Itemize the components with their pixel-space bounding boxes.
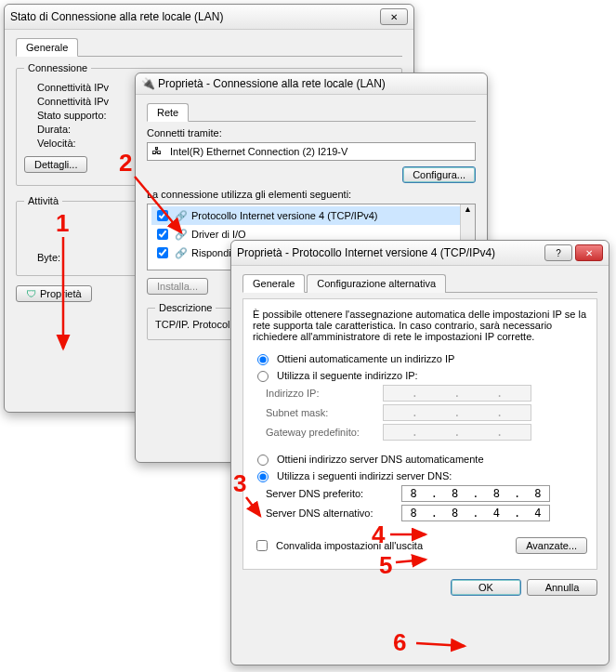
chk-validate-row[interactable]: Convalida impostazioni all'uscita <box>253 537 423 554</box>
adapter-box: 🖧 Intel(R) Ethernet Connection (2) I219-… <box>147 142 476 161</box>
win3-help[interactable]: ? <box>544 244 572 261</box>
radio-auto-ip[interactable] <box>257 354 269 365</box>
radio-auto-dns[interactable] <box>257 455 269 466</box>
chk-responder[interactable] <box>157 247 168 258</box>
win2-tab-network[interactable]: Rete <box>147 103 189 122</box>
lbl-ipv4: Connettività IPv <box>37 82 109 93</box>
win3-tab-alt[interactable]: Configurazione alternativa <box>307 274 446 293</box>
win3-title: Proprietà - Protocollo Internet versione… <box>237 246 542 259</box>
dns2-d[interactable]: 4 <box>534 507 541 520</box>
chk-driver[interactable] <box>157 229 168 240</box>
btn-configure[interactable]: Configura... <box>402 166 476 183</box>
btn-advanced[interactable]: Avanzate... <box>516 537 587 554</box>
radio-manual-ip[interactable] <box>257 371 269 382</box>
group-connection-legend: Connessione <box>24 62 91 73</box>
lbl-ip: Indirizzo IP: <box>266 388 377 399</box>
win3-close[interactable]: ✕ <box>575 244 603 261</box>
win1-title: Stato di Connessione alla rete locale (L… <box>10 10 377 23</box>
lbl-bytes: Byte: <box>37 252 60 263</box>
net-icon: 🔗 <box>175 229 188 241</box>
btn-ok[interactable]: OK <box>451 579 521 596</box>
btn-install: Installa... <box>147 278 208 295</box>
item-tcpip4[interactable]: Protocollo Internet versione 4 (TCP/IPv4… <box>191 210 378 221</box>
dns1-d[interactable]: 8 <box>534 487 541 500</box>
lbl-dns2: Server DNS alternativo: <box>266 507 396 519</box>
lbl-ipv6: Connettività IPv <box>37 96 109 107</box>
win1-tab-general[interactable]: Generale <box>16 38 78 57</box>
btn-properties[interactable]: 🛡 Proprietà <box>16 285 92 302</box>
group-description-legend: Descrizione <box>155 302 216 313</box>
nic-icon: 🖧 <box>151 145 164 158</box>
lbl-duration: Durata: <box>37 124 71 135</box>
btn-details[interactable]: Dettagli... <box>24 156 87 173</box>
shield-icon: 🛡 <box>26 288 36 299</box>
radio-auto-dns-label: Ottieni indirizzo server DNS automaticam… <box>277 454 484 465</box>
gw-field: . . . <box>383 424 531 441</box>
intro-text: È possibile ottenere l'assegnazione auto… <box>253 309 587 342</box>
win1-close[interactable]: ✕ <box>380 8 408 25</box>
net-icon: 🔗 <box>175 247 188 259</box>
win3-tab-general[interactable]: Generale <box>242 274 305 293</box>
network-icon: 🔌 <box>141 77 154 90</box>
chk-validate-label: Convalida impostazioni all'uscita <box>276 540 423 551</box>
win2-title: Proprietà - Connessione alla rete locale… <box>158 77 481 90</box>
dns2-b[interactable]: 8 <box>452 507 458 520</box>
group-activity-legend: Attività <box>24 195 62 206</box>
ip-field: . . . <box>383 385 531 402</box>
mask-field: . . . <box>383 404 531 421</box>
lbl-gw: Gateway predefinito: <box>266 427 377 438</box>
chk-validate[interactable] <box>256 540 268 551</box>
dns2-a[interactable]: 8 <box>411 507 417 520</box>
dns1-field[interactable]: 8. 8. 8. 8 <box>401 485 550 502</box>
radio-manual-dns-label: Utilizza i seguenti indirizzi server DNS… <box>277 470 452 481</box>
lbl-speed: Velocità: <box>37 138 76 149</box>
dns1-c[interactable]: 8 <box>493 487 500 500</box>
scroll-up-icon[interactable]: ▲ <box>464 204 472 214</box>
radio-manual-ip-label: Utilizza il seguente indirizzo IP: <box>277 370 418 381</box>
radio-auto-ip-label: Ottieni automaticamente un indirizzo IP <box>277 353 454 364</box>
dns1-b[interactable]: 8 <box>452 487 458 500</box>
btn-cancel[interactable]: Annulla <box>527 579 597 596</box>
dns2-field[interactable]: 8. 8. 4. 4 <box>401 505 550 521</box>
lbl-mask: Subnet mask: <box>266 407 377 418</box>
radio-manual-dns[interactable] <box>257 471 269 482</box>
btn-properties-label: Proprietà <box>40 288 82 299</box>
dns2-c[interactable]: 4 <box>493 507 500 520</box>
dns1-a[interactable]: 8 <box>411 487 417 500</box>
chk-tcpip4[interactable] <box>157 210 168 221</box>
lbl-dns1: Server DNS preferito: <box>266 488 396 499</box>
net-icon: 🔗 <box>175 210 188 222</box>
lbl-connect-via: Connetti tramite: <box>147 127 476 138</box>
lbl-state: Stato supporto: <box>37 110 107 121</box>
lbl-uses: La connessione utilizza gli elementi seg… <box>147 189 476 200</box>
item-driver[interactable]: Driver di I/O <box>191 229 246 240</box>
adapter-name: Intel(R) Ethernet Connection (2) I219-V <box>170 146 347 157</box>
